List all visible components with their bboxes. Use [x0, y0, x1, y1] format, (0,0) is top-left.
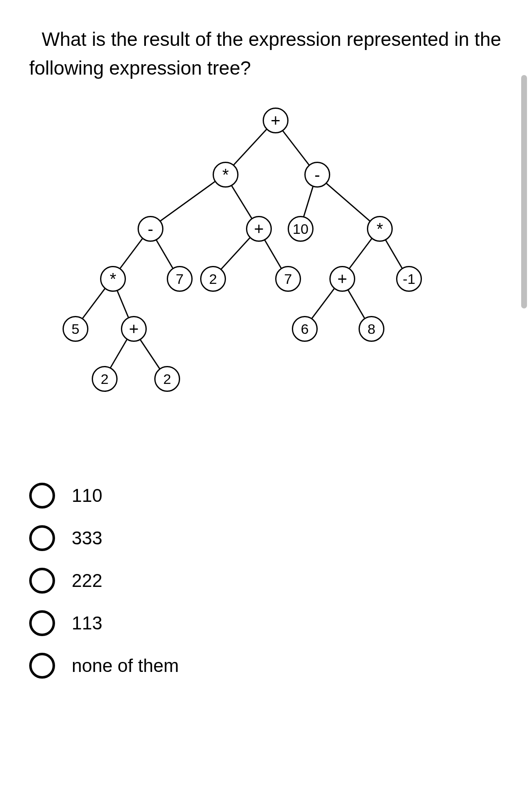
tree-node-l3e: + [329, 266, 355, 292]
option-1[interactable]: 333 [29, 525, 503, 551]
radio-icon[interactable] [29, 610, 55, 636]
tree-node-l1l: * [213, 162, 238, 188]
tree-node-l2c: 10 [288, 216, 314, 242]
tree-node-l4a: 5 [63, 316, 88, 342]
answer-options: 110 333 222 113 none of them [29, 483, 503, 679]
tree-node-l3a: * [100, 266, 126, 292]
tree-node-l1r: - [304, 162, 330, 188]
tree-node-l3b: 7 [167, 266, 193, 292]
tree-node-root: + [263, 108, 289, 133]
question-text: What is the result of the expression rep… [29, 25, 503, 83]
tree-node-l3c: 2 [200, 266, 226, 292]
option-2[interactable]: 222 [29, 568, 503, 594]
tree-node-l4d: 8 [359, 316, 384, 342]
tree-node-l2a: - [138, 216, 163, 242]
tree-node-l3d: 7 [275, 266, 301, 292]
radio-icon[interactable] [29, 525, 55, 551]
tree-node-l5b: 2 [154, 366, 180, 392]
option-3[interactable]: 113 [29, 610, 503, 636]
radio-icon[interactable] [29, 568, 55, 594]
option-label: 222 [72, 570, 102, 591]
option-label: 113 [72, 613, 102, 634]
option-label: none of them [72, 655, 179, 676]
scrollbar[interactable] [521, 75, 527, 308]
option-0[interactable]: 110 [29, 483, 503, 509]
question-container: What is the result of the expression rep… [0, 0, 532, 712]
tree-node-l4b: + [121, 316, 147, 342]
tree-node-l2b: + [246, 216, 272, 242]
option-label: 110 [72, 485, 102, 506]
tree-node-l5a: 2 [92, 366, 118, 392]
radio-icon[interactable] [29, 653, 55, 679]
tree-node-l2d: * [367, 216, 393, 242]
expression-tree: +*--+10**727+-15+6822 [29, 108, 503, 449]
tree-node-l3f: -1 [396, 266, 422, 292]
option-label: 333 [72, 528, 102, 549]
radio-icon[interactable] [29, 483, 55, 509]
tree-node-l4c: 6 [292, 316, 318, 342]
option-4[interactable]: none of them [29, 653, 503, 679]
tree-edge [150, 174, 226, 229]
